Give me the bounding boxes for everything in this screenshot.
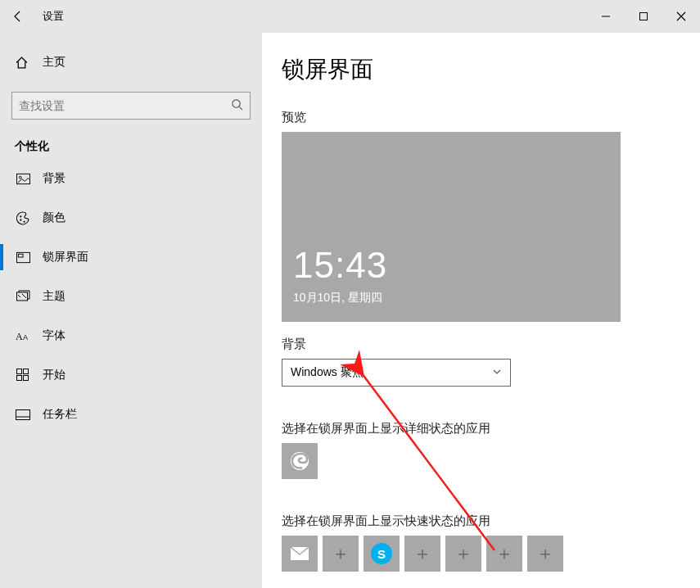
search-box[interactable]	[11, 92, 251, 120]
lockscreen-preview: 15:43 10月10日, 星期四	[282, 132, 621, 322]
window-controls	[587, 0, 700, 33]
nav-label: 任务栏	[43, 407, 77, 422]
preview-time: 15:43	[293, 245, 387, 286]
window-title: 设置	[43, 9, 64, 24]
home-icon	[15, 56, 31, 70]
svg-rect-18	[16, 409, 30, 419]
quick-app-skype[interactable]: S	[364, 536, 400, 572]
nav-label: 锁屏界面	[43, 250, 88, 265]
svg-rect-11	[16, 292, 27, 301]
nav-item-start[interactable]: 开始	[0, 355, 262, 395]
svg-point-2	[233, 100, 240, 107]
quick-app-add-3[interactable]: ＋	[445, 536, 481, 572]
nav-item-lockscreen[interactable]: 锁屏界面	[0, 237, 262, 277]
nav-item-background[interactable]: 背景	[0, 159, 262, 198]
palette-icon	[15, 211, 31, 225]
nav-item-fonts[interactable]: AA 字体	[0, 316, 262, 355]
dropdown-value: Windows 聚焦	[291, 365, 492, 380]
nav-label: 开始	[43, 368, 65, 382]
svg-rect-1	[640, 13, 648, 20]
nav-label: 背景	[43, 171, 65, 186]
nav-label: 字体	[43, 328, 65, 343]
plus-icon: ＋	[495, 541, 513, 566]
svg-text:A: A	[23, 333, 28, 341]
minimize-button[interactable]	[587, 0, 625, 33]
nav-label: 主题	[43, 289, 65, 304]
nav-label: 颜色	[43, 210, 65, 225]
svg-point-6	[20, 215, 21, 217]
font-icon: AA	[15, 330, 31, 341]
nav-item-colors[interactable]: 颜色	[0, 198, 262, 237]
edge-icon	[289, 450, 310, 472]
detail-app-label: 选择在锁屏界面上显示详细状态的应用	[282, 421, 700, 436]
taskbar-icon	[15, 409, 31, 420]
svg-rect-15	[24, 369, 29, 374]
background-label: 背景	[282, 337, 700, 352]
detail-app-tile[interactable]	[282, 443, 318, 479]
search-input[interactable]	[19, 99, 231, 112]
back-icon	[11, 10, 25, 23]
svg-point-7	[20, 219, 21, 220]
quick-app-add-5[interactable]: ＋	[527, 536, 563, 572]
mail-icon	[290, 546, 309, 561]
minimize-icon	[601, 11, 611, 21]
svg-rect-10	[18, 254, 23, 257]
lockscreen-icon	[15, 251, 31, 264]
background-dropdown[interactable]: Windows 聚焦	[282, 359, 511, 387]
plus-icon: ＋	[454, 541, 472, 566]
home-label: 主页	[43, 55, 65, 70]
quick-app-add-4[interactable]: ＋	[486, 536, 522, 572]
section-label: 个性化	[15, 139, 262, 154]
maximize-button[interactable]	[625, 0, 662, 33]
svg-text:A: A	[16, 331, 23, 341]
skype-icon: S	[371, 543, 392, 564]
svg-point-5	[19, 176, 21, 179]
preview-date: 10月10日, 星期四	[293, 291, 382, 305]
svg-line-3	[239, 106, 242, 110]
svg-rect-17	[24, 376, 29, 381]
quick-app-add-2[interactable]: ＋	[404, 536, 440, 572]
close-button[interactable]	[662, 0, 700, 33]
search-icon	[231, 98, 243, 113]
plus-icon: ＋	[332, 541, 350, 566]
back-button[interactable]	[0, 0, 36, 33]
svg-rect-14	[17, 369, 22, 374]
main-panel: 锁屏界面 预览 15:43 10月10日, 星期四 背景 Windows 聚焦 …	[262, 33, 700, 588]
preview-label: 预览	[282, 110, 700, 125]
chevron-down-icon	[492, 366, 502, 379]
quick-app-label: 选择在锁屏界面上显示快速状态的应用	[282, 513, 700, 529]
close-icon	[676, 11, 686, 21]
quick-app-row: ＋ S ＋ ＋ ＋ ＋	[282, 536, 700, 572]
sidebar: 主页 个性化 背景 颜色 锁屏界面	[0, 33, 262, 588]
nav-item-themes[interactable]: 主题	[0, 277, 262, 316]
maximize-icon	[639, 11, 648, 21]
picture-icon	[15, 173, 31, 185]
titlebar: 设置	[0, 0, 700, 33]
svg-rect-16	[17, 376, 22, 381]
nav-item-taskbar[interactable]: 任务栏	[0, 395, 262, 434]
svg-point-8	[23, 220, 25, 222]
start-icon	[15, 369, 31, 382]
page-title: 锁屏界面	[282, 54, 700, 85]
quick-app-mail[interactable]	[282, 536, 318, 572]
quick-app-add-1[interactable]: ＋	[323, 536, 359, 572]
plus-icon: ＋	[536, 541, 554, 566]
plus-icon: ＋	[413, 541, 431, 566]
themes-icon	[15, 290, 31, 303]
home-link[interactable]: 主页	[0, 46, 262, 79]
